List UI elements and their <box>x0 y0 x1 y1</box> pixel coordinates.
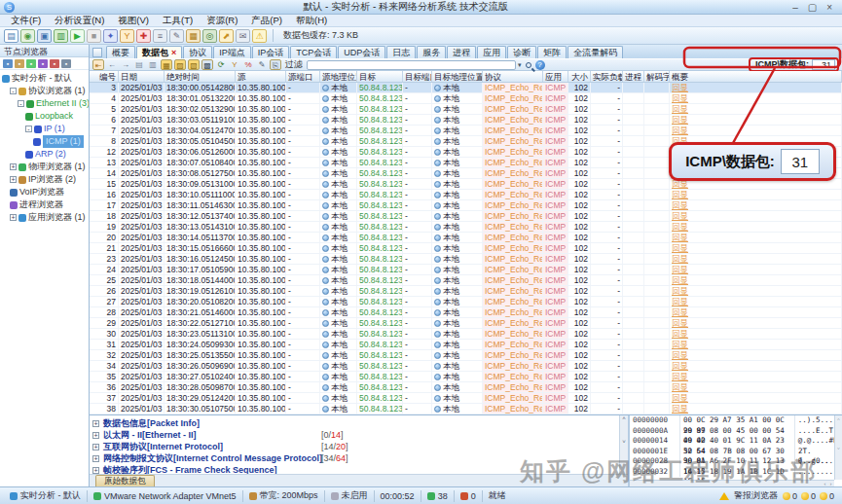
table-row[interactable]: 272025/01/0318:30:20.05108200010.35.80.1… <box>90 297 842 307</box>
column-header-app[interactable]: 应用 <box>543 71 568 82</box>
tree-node-11[interactable]: +应用浏览器 (1) <box>0 211 89 224</box>
help-icon[interactable]: ? <box>535 60 545 70</box>
tree-node-10[interactable]: 进程浏览器 <box>0 198 89 211</box>
decode-line-0[interactable]: +数据包信息[Packet Info] <box>92 417 628 429</box>
column-header-process[interactable]: 进程 <box>623 71 644 82</box>
table-row[interactable]: 242025/01/0318:30:17.05105900010.35.80.1… <box>90 265 842 275</box>
start-capture-icon[interactable]: ▶ <box>70 29 85 43</box>
tree-node-0[interactable]: 实时分析 - 默认 <box>0 72 89 85</box>
pane-bottom-icon[interactable]: ▥ <box>147 59 159 70</box>
column-header-no[interactable]: 编号 <box>90 71 119 82</box>
tree-expand-icon[interactable]: + <box>10 176 17 183</box>
prev-packet-icon[interactable]: ← <box>106 59 118 70</box>
table-row[interactable]: 192025/01/0318:30:13.05143100010.35.80.1… <box>90 222 842 233</box>
tree-node-4[interactable]: -IP (1) <box>0 123 89 135</box>
table-row[interactable]: 322025/01/0318:30:25.05135500010.35.80.1… <box>90 350 842 361</box>
alias-icon[interactable]: ✎ <box>169 29 184 43</box>
menu-item-0[interactable]: 文件(F) <box>4 15 48 27</box>
maximize-button[interactable]: ▢ <box>808 2 817 13</box>
packet-display-icon[interactable]: ▦ <box>186 29 201 43</box>
close-button[interactable]: × <box>826 2 832 13</box>
export-packets-icon[interactable]: ⎘ <box>270 59 281 70</box>
tab-数据包[interactable]: 数据包× <box>136 46 182 58</box>
tree-node-7[interactable]: +物理浏览器 (1) <box>0 161 89 173</box>
hex-vertical-scrollbar[interactable]: ˄˅ <box>834 415 842 480</box>
export-icon[interactable]: ⬈ <box>219 29 234 43</box>
alarm-explorer-label[interactable]: 警报浏览器 <box>734 489 778 502</box>
first-packet-icon[interactable]: ⇤ <box>92 59 104 70</box>
tab-进程[interactable]: 进程 <box>447 46 476 58</box>
stop-capture-icon[interactable]: ■ <box>87 29 101 43</box>
column-header-dst[interactable]: 目标 <box>357 71 403 82</box>
decode-line-4[interactable]: +帧校验序列[FCS - Frame Check Sequence] <box>92 464 628 474</box>
table-row[interactable]: 202025/01/0318:30:14.05113700010.35.80.1… <box>90 233 842 243</box>
decode-line-3[interactable]: +网络控制报文协议[Internet Control Message Proto… <box>92 452 628 464</box>
tree-node-5[interactable]: ICMP (1) <box>0 135 89 148</box>
tree-node-2[interactable]: -Ethernet II (3) <box>0 97 89 110</box>
raw-pane-icon[interactable]: ▧ <box>188 59 200 70</box>
hex-pane-icon[interactable]: ▨ <box>174 59 186 70</box>
tree-expand-icon[interactable]: - <box>18 100 24 107</box>
column-header-date[interactable]: 日期 <box>119 71 165 82</box>
tab-矩阵[interactable]: 矩阵 <box>537 46 567 58</box>
decode-expand-icon[interactable]: + <box>92 444 99 450</box>
refresh-tool-icon[interactable]: ▪ <box>26 59 36 68</box>
tab-概要[interactable]: 概要 <box>106 46 135 58</box>
tree-node-1[interactable]: -协议浏览器 (1) <box>0 85 89 97</box>
column-header-src[interactable]: 源 <box>236 71 286 82</box>
menu-item-6[interactable]: 帮助(H) <box>289 15 334 27</box>
filter-input[interactable] <box>307 60 516 70</box>
column-settings-icon[interactable]: ▩ <box>201 59 213 70</box>
adapter-icon[interactable]: ▥ <box>54 29 68 43</box>
filter-dropdown-icon[interactable]: ▾ <box>518 61 522 69</box>
table-row[interactable]: 282025/01/0318:30:21.05146000010.35.80.1… <box>90 307 842 318</box>
open-icon[interactable]: ◉ <box>20 29 35 43</box>
decode-scrollbar[interactable]: ˄˅ <box>619 415 628 474</box>
table-row[interactable]: 292025/01/0318:30:22.05127100010.35.80.1… <box>90 318 842 329</box>
table-row[interactable]: 182025/01/0318:30:12.05137400010.35.80.1… <box>90 211 842 222</box>
funnel-tool-icon[interactable]: ▪ <box>15 59 24 68</box>
table-row[interactable]: 342025/01/0318:30:26.05096900010.35.80.1… <box>90 361 842 372</box>
tree-node-3[interactable]: Loopback <box>0 110 89 123</box>
table-row[interactable]: 372025/01/0318:30:29.05124200010.35.80.1… <box>90 393 842 404</box>
table-row[interactable]: 162025/01/0318:30:10.05111000010.35.80.1… <box>90 190 842 200</box>
table-row[interactable]: 212025/01/0318:30:15.05166600010.35.80.1… <box>90 243 842 254</box>
analysis-profile-icon[interactable]: ✦ <box>103 29 118 43</box>
pane-top-icon[interactable]: ▤ <box>133 59 145 70</box>
next-packet-icon[interactable]: → <box>120 59 131 70</box>
table-row[interactable]: 252025/01/0318:30:18.05144000010.35.80.1… <box>90 275 842 286</box>
log-icon[interactable]: ✉ <box>236 29 250 43</box>
tree-expand-icon[interactable]: + <box>10 214 17 221</box>
name-table-icon[interactable]: ≡ <box>153 29 167 43</box>
decode-expand-icon[interactable]: + <box>92 432 99 439</box>
table-row[interactable]: 52025/01/0318:30:02.05132900010.35.80.10… <box>90 104 842 115</box>
filter-settings-icon[interactable]: Y <box>120 29 134 43</box>
alarm-icon[interactable]: ⚠ <box>252 29 267 43</box>
tab-TCP会话[interactable]: TCP会话 <box>290 46 337 58</box>
tab-应用[interactable]: 应用 <box>477 46 506 58</box>
dashboard-icon[interactable]: ◎ <box>202 29 217 43</box>
filter-tool-icon[interactable]: ▪ <box>3 59 13 68</box>
locate-tool-icon[interactable]: ▪ <box>50 59 59 68</box>
decode-line-2[interactable]: +互联网协议[Internet Protocol][14/20] <box>92 441 628 452</box>
tree-node-9[interactable]: VoIP浏览器 <box>0 186 89 198</box>
menu-item-5[interactable]: 产品(P) <box>244 15 289 27</box>
menu-item-3[interactable]: 工具(T) <box>156 15 200 27</box>
expand-tool-icon[interactable]: ▪ <box>38 59 48 68</box>
node-group-icon[interactable]: ✚ <box>136 29 151 43</box>
table-row[interactable]: 382025/01/0318:30:30.05107500010.35.80.1… <box>90 404 842 414</box>
decode-expand-icon[interactable]: + <box>92 467 99 474</box>
tab-IP会话[interactable]: IP会话 <box>252 46 290 58</box>
minimize-button[interactable]: – <box>792 2 798 13</box>
tree-expand-icon[interactable]: + <box>10 163 17 170</box>
notes-icon[interactable]: ✎ <box>256 59 268 70</box>
tab-close-icon[interactable]: × <box>171 48 176 57</box>
column-header-size[interactable]: 大小 <box>568 71 591 82</box>
search-icon[interactable] <box>526 62 531 68</box>
filter-funnel-icon[interactable]: Y <box>229 59 240 70</box>
table-row[interactable]: 312025/01/0318:30:24.05099300010.35.80.1… <box>90 340 842 350</box>
hex-horizontal-scrollbar[interactable]: ‹ › <box>630 480 834 486</box>
column-header-summary[interactable]: 概要 <box>670 71 842 82</box>
column-header-sport[interactable]: 源端口 <box>286 71 320 82</box>
tree-node-6[interactable]: ARP (2) <box>0 148 89 161</box>
